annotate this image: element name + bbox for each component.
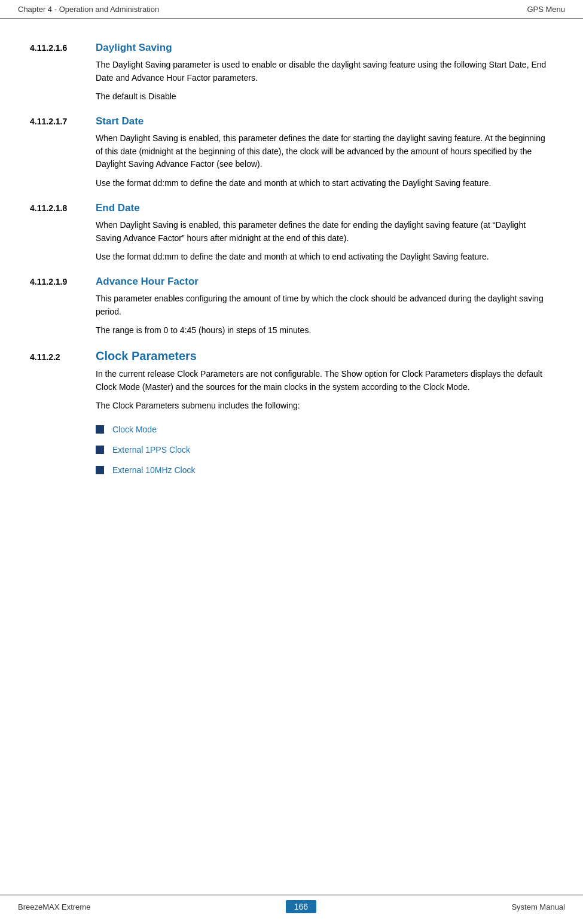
paragraph: In the current release Clock Parameters …: [96, 368, 553, 394]
section-4.11.2.2: 4.11.2.2Clock ParametersIn the current r…: [30, 349, 553, 413]
section-body-4.11.2.1.9: This parameter enables configuring the a…: [96, 292, 553, 337]
section-title-4.11.2.1.6: Daylight Saving: [96, 42, 172, 54]
section-number-4.11.2.1.9: 4.11.2.1.9: [30, 277, 96, 286]
section-body-4.11.2.1.8: When Daylight Saving is enabled, this pa…: [96, 219, 553, 264]
section-title-4.11.2.1.8: End Date: [96, 202, 140, 214]
page-footer: BreezeMAX Extreme 166 System Manual: [0, 895, 583, 918]
bullet-item: External 1PPS Clock: [96, 445, 553, 455]
bullet-text: Clock Mode: [112, 425, 157, 434]
paragraph: When Daylight Saving is enabled, this pa…: [96, 132, 553, 171]
footer-right: System Manual: [511, 902, 565, 911]
footer-left: BreezeMAX Extreme: [18, 902, 90, 911]
bullet-item: Clock Mode: [96, 425, 553, 434]
section-number-4.11.2.1.7: 4.11.2.1.7: [30, 117, 96, 126]
footer-page-number: 166: [286, 900, 316, 913]
paragraph: The default is Disable: [96, 90, 553, 103]
paragraph: The Clock Parameters submenu includes th…: [96, 400, 553, 413]
main-content: 4.11.2.1.6Daylight SavingThe Daylight Sa…: [0, 19, 583, 522]
section-header-4.11.2.2: 4.11.2.2Clock Parameters: [30, 349, 553, 363]
paragraph: The range is from 0 to 4:45 (hours) in s…: [96, 324, 553, 337]
section-title-4.11.2.1.9: Advance Hour Factor: [96, 276, 199, 288]
page-header: Chapter 4 - Operation and Administration…: [0, 0, 583, 19]
paragraph: This parameter enables configuring the a…: [96, 292, 553, 318]
section-header-4.11.2.1.8: 4.11.2.1.8End Date: [30, 202, 553, 214]
section-header-4.11.2.1.6: 4.11.2.1.6Daylight Saving: [30, 42, 553, 54]
section-4.11.2.1.6: 4.11.2.1.6Daylight SavingThe Daylight Sa…: [30, 42, 553, 103]
bullet-text: External 1PPS Clock: [112, 445, 190, 455]
section-number-4.11.2.1.8: 4.11.2.1.8: [30, 203, 96, 213]
section-title-4.11.2.2: Clock Parameters: [96, 349, 197, 363]
section-number-4.11.2.1.6: 4.11.2.1.6: [30, 43, 96, 53]
header-right: GPS Menu: [527, 5, 565, 14]
paragraph: The Daylight Saving parameter is used to…: [96, 59, 553, 84]
paragraph: Use the format dd:mm to define the date …: [96, 251, 553, 264]
header-left: Chapter 4 - Operation and Administration: [18, 5, 159, 14]
bullet-list: Clock ModeExternal 1PPS ClockExternal 10…: [96, 425, 553, 475]
section-4.11.2.1.9: 4.11.2.1.9Advance Hour FactorThis parame…: [30, 276, 553, 337]
bullet-square-icon: [96, 466, 104, 474]
bullet-text: External 10MHz Clock: [112, 465, 196, 475]
section-title-4.11.2.1.7: Start Date: [96, 115, 144, 127]
paragraph: When Daylight Saving is enabled, this pa…: [96, 219, 553, 245]
section-4.11.2.1.8: 4.11.2.1.8End DateWhen Daylight Saving i…: [30, 202, 553, 264]
section-header-4.11.2.1.7: 4.11.2.1.7Start Date: [30, 115, 553, 127]
bullet-item: External 10MHz Clock: [96, 465, 553, 475]
bullet-square-icon: [96, 425, 104, 434]
paragraph: Use the format dd:mm to define the date …: [96, 177, 553, 190]
section-body-4.11.2.2: In the current release Clock Parameters …: [96, 368, 553, 413]
section-body-4.11.2.1.6: The Daylight Saving parameter is used to…: [96, 59, 553, 103]
section-header-4.11.2.1.9: 4.11.2.1.9Advance Hour Factor: [30, 276, 553, 288]
section-body-4.11.2.1.7: When Daylight Saving is enabled, this pa…: [96, 132, 553, 190]
section-number-4.11.2.2: 4.11.2.2: [30, 352, 96, 362]
section-4.11.2.1.7: 4.11.2.1.7Start DateWhen Daylight Saving…: [30, 115, 553, 190]
bullet-square-icon: [96, 446, 104, 454]
